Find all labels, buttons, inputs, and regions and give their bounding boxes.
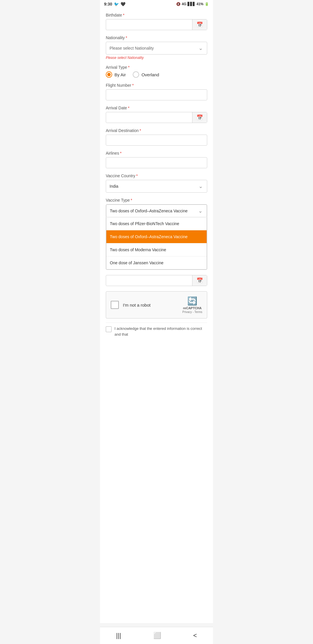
recaptcha-checkbox[interactable] [111,301,119,309]
signal-bars: ▋▋▋ [188,2,195,6]
acknowledge-row: I acknowledge that the entered informati… [106,323,207,340]
vaccine-type-selected[interactable]: Two doses of Oxford–AstraZeneca Vaccine … [106,205,207,217]
arrival-date-input-wrapper: 📅 [106,112,207,123]
arrival-date-group: Arrival Date * 📅 [106,106,207,123]
recaptcha-left: I'm not a robot [111,301,150,309]
battery-icon: 🔋 [205,2,209,6]
calendar-icon-3: 📅 [196,277,203,284]
arrival-destination-required: * [140,128,141,133]
vaccine-type-options: Two doses of Pfizer-BioNTech Vaccine Two… [106,217,207,269]
vaccine-option-pfizer[interactable]: Two doses of Pfizer-BioNTech Vaccine [106,217,207,230]
vaccine-option-moderna[interactable]: Two doses of Moderna Vaccine [106,243,207,256]
nationality-required: * [125,35,127,40]
birthdate-input-wrapper: 📅 [106,19,207,30]
birthdate-input[interactable] [106,19,192,30]
airlines-label: Airlines * [106,151,207,155]
radio-label-air: By Air [114,72,126,77]
chevron-down-icon: ⌄ [194,42,207,54]
vaccine-date-input-wrapper: 📅 [106,275,207,286]
chevron-down-icon-3: ⌄ [194,205,207,217]
flight-number-label: Flight Number * [106,83,207,88]
arrival-radio-group: By Air Overland [106,71,207,78]
nationality-placeholder: Please select Nationality [106,43,194,53]
vaccine-country-label: Vaccine Country * [106,173,207,178]
arrival-date-label: Arrival Date * [106,106,207,110]
airlines-input[interactable] [106,157,207,168]
arrival-type-label: Arrival Type * [106,65,207,70]
arrival-type-required: * [128,65,130,70]
birthdate-label: Birthdate * [106,13,207,17]
flight-number-input[interactable] [106,89,207,100]
airlines-required: * [120,151,121,155]
twitter-icon: 🐦 [114,2,119,6]
airlines-group: Airlines * [106,151,207,168]
recaptcha-label: I'm not a robot [123,303,150,307]
vaccine-country-value: India [106,181,194,191]
arrival-destination-group: Arrival Destination * [106,128,207,146]
vaccine-option-astrazeneca[interactable]: Two doses of Oxford–AstraZeneca Vaccine [106,230,207,243]
arrival-destination-input[interactable] [106,135,207,146]
vaccine-date-input[interactable] [106,275,192,286]
status-right: 🔇 4G ▋▋▋ 41% 🔋 [176,2,209,6]
recaptcha-links: Privacy - Terms [182,310,202,314]
radio-option-air[interactable]: By Air [106,71,126,78]
flight-number-group: Flight Number * [106,83,207,100]
time: 9:30 [104,2,112,6]
nationality-error: Please select Nationality [106,56,207,60]
recaptcha-logo-icon: 🔄 [187,296,197,306]
vaccine-date-calendar-button[interactable]: 📅 [192,275,207,286]
arrival-type-group: Arrival Type * By Air Overland [106,65,207,78]
recaptcha-right: 🔄 reCAPTCHA Privacy - Terms [182,296,202,314]
nationality-label: Nationality * [106,35,207,40]
recaptcha-box[interactable]: I'm not a robot 🔄 reCAPTCHA Privacy - Te… [106,291,207,319]
radio-circle-air [106,71,112,78]
vaccine-country-required: * [136,173,138,178]
arrival-date-calendar-button[interactable]: 📅 [192,112,207,123]
vaccine-country-group: Vaccine Country * India ⌄ [106,173,207,193]
battery: 41% [196,2,203,6]
vaccine-type-value: Two doses of Oxford–AstraZeneca Vaccine [106,206,194,216]
chevron-down-icon-2: ⌄ [194,180,207,192]
mute-icon: 🔇 [176,2,181,6]
arrival-destination-label: Arrival Destination * [106,128,207,133]
nationality-select[interactable]: Please select Nationality ⌄ [106,42,207,55]
arrival-date-required: * [128,106,129,110]
acknowledge-checkbox[interactable] [106,326,112,332]
calendar-icon: 📅 [196,21,203,28]
birthdate-group: Birthdate * 📅 [106,13,207,30]
birthdate-calendar-button[interactable]: 📅 [192,19,207,30]
vaccine-type-dropdown[interactable]: Two doses of Oxford–AstraZeneca Vaccine … [106,204,207,270]
flight-number-required: * [132,83,134,88]
form-container: Birthdate * 📅 Nationality * Please selec… [100,8,213,623]
signal-4g: 4G [182,2,186,6]
radio-label-overland: Overland [141,72,159,77]
vaccine-type-group: Vaccine Type * Two doses of Oxford–Astra… [106,198,207,270]
calendar-icon-2: 📅 [196,114,203,121]
vaccine-country-select[interactable]: India ⌄ [106,180,207,193]
status-bar: 9:30 🐦 🖤 🔇 4G ▋▋▋ 41% 🔋 [100,0,213,8]
recaptcha-brand: reCAPTCHA [183,306,202,310]
arrival-date-input[interactable] [106,112,192,123]
radio-inner-air [107,73,111,76]
acknowledge-text: I acknowledge that the entered informati… [114,326,207,337]
nationality-group: Nationality * Please select Nationality … [106,35,207,60]
heart-icon: 🖤 [121,2,125,6]
vaccine-type-required: * [131,198,132,202]
birthdate-required: * [123,13,124,17]
status-left: 9:30 🐦 🖤 [104,2,125,6]
radio-option-overland[interactable]: Overland [133,71,159,78]
vaccine-type-label: Vaccine Type * [106,198,207,202]
vaccine-option-janssen[interactable]: One dose of Janssen Vaccine [106,256,207,269]
radio-circle-overland [133,71,139,78]
vaccine-date-group: 📅 [106,275,207,286]
